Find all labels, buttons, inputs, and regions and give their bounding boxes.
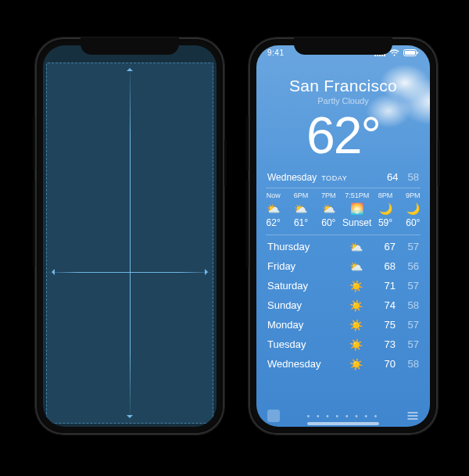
hourly-item: 7PM⛅60° xyxy=(315,191,342,228)
arrow-down-icon xyxy=(127,415,133,421)
arrow-left-icon xyxy=(48,269,55,275)
today-row: Wednesday TODAY 64 58 xyxy=(256,165,430,188)
day-name: Friday xyxy=(267,260,345,272)
notch xyxy=(294,38,392,55)
current-temp: 62° xyxy=(256,106,430,165)
home-indicator[interactable] xyxy=(307,422,379,425)
safearea-guide-vertical xyxy=(130,63,131,423)
hourly-forecast[interactable]: Now⛅62°6PM⛅61°7PM⛅60°7:51PM🌅Sunset8PM🌙59… xyxy=(256,188,430,234)
today-dayname: Wednesday xyxy=(267,172,317,183)
partly-cloudy-icon: ⛅ xyxy=(315,202,342,216)
clear-night-icon: 🌙 xyxy=(371,202,399,216)
safearea-inset xyxy=(46,63,213,424)
day-name: Thursday xyxy=(267,241,345,252)
day-high: 71 xyxy=(366,280,396,292)
partly-cloudy-icon: ⛅ xyxy=(345,241,366,253)
day-low: 56 xyxy=(396,260,419,272)
day-low: 57 xyxy=(396,338,419,350)
today-high: 64 xyxy=(387,171,398,183)
hour-value: 61° xyxy=(287,217,314,228)
today-low: 58 xyxy=(408,171,419,183)
hour-value: 60° xyxy=(399,217,427,228)
clear-night-icon: 🌙 xyxy=(399,202,427,216)
city-name: San Francisco xyxy=(256,77,430,95)
condition-text: Partly Cloudy xyxy=(256,96,430,106)
hour-value: 62° xyxy=(260,217,287,228)
weather-channel-icon[interactable] xyxy=(267,410,280,422)
hourly-item: 7:51PM🌅Sunset xyxy=(342,191,371,228)
daily-forecast[interactable]: Thursday⛅6757Friday⛅6856Saturday☀️7157Su… xyxy=(256,235,430,374)
hour-label: 8PM xyxy=(371,191,399,199)
daily-row: Tuesday☀️7357 xyxy=(267,335,419,354)
day-low: 58 xyxy=(396,358,419,370)
weather-app[interactable]: 9:41 San Franci xyxy=(256,45,430,427)
day-high: 75 xyxy=(366,319,396,331)
hour-label: 6PM xyxy=(287,191,314,199)
hour-label: 7PM xyxy=(315,191,342,199)
day-high: 73 xyxy=(366,338,396,350)
sunny-icon: ☀️ xyxy=(345,319,366,331)
daily-row: Saturday☀️7157 xyxy=(267,276,419,295)
partly-cloudy-icon: ⛅ xyxy=(345,260,366,273)
phone-frame-weather: 9:41 San Franci xyxy=(249,38,438,435)
locations-list-icon[interactable] xyxy=(406,410,419,422)
arrow-up-icon xyxy=(127,65,133,71)
day-high: 70 xyxy=(366,358,396,370)
day-high: 67 xyxy=(366,241,396,252)
day-low: 58 xyxy=(396,299,419,311)
sunny-icon: ☀️ xyxy=(345,280,366,292)
sunny-icon: ☀️ xyxy=(345,358,366,370)
daily-row: Friday⛅6856 xyxy=(267,256,419,276)
hour-label: 9PM xyxy=(399,191,427,199)
daily-row: Monday☀️7557 xyxy=(267,315,419,335)
battery-icon xyxy=(403,49,419,56)
svg-point-5 xyxy=(393,55,395,56)
partly-cloudy-icon: ⛅ xyxy=(287,202,314,216)
day-low: 57 xyxy=(396,241,419,252)
day-name: Tuesday xyxy=(267,338,345,350)
svg-rect-8 xyxy=(417,52,419,54)
status-time: 9:41 xyxy=(267,48,284,57)
daily-row: Wednesday☀️7058 xyxy=(267,354,419,374)
daily-row: Thursday⛅6757 xyxy=(267,237,419,256)
hour-value: Sunset xyxy=(342,217,371,228)
day-name: Monday xyxy=(267,319,345,331)
weather-hero: San Francisco Partly Cloudy 62° xyxy=(256,45,430,165)
weather-toolbar: • • • • • • • • xyxy=(256,410,430,422)
safearea-diagram xyxy=(43,45,217,427)
notch xyxy=(81,38,179,55)
screen-safearea xyxy=(43,45,217,427)
arrow-right-icon xyxy=(205,269,211,275)
hourly-item: 6PM⛅61° xyxy=(287,191,314,228)
hourly-item: 9PM🌙60° xyxy=(399,191,427,228)
hour-label: 7:51PM xyxy=(342,191,371,199)
sunny-icon: ☀️ xyxy=(345,299,366,312)
hour-label: Now xyxy=(260,191,287,199)
day-name: Saturday xyxy=(267,280,345,292)
day-high: 68 xyxy=(366,260,396,272)
screen-weather: 9:41 San Franci xyxy=(256,45,430,427)
hourly-item: 8PM🌙59° xyxy=(371,191,399,228)
sunset-icon: 🌅 xyxy=(342,202,371,216)
partly-cloudy-icon: ⛅ xyxy=(260,202,287,216)
today-label: TODAY xyxy=(321,174,347,182)
daily-row: Sunday☀️7458 xyxy=(267,295,419,315)
hour-value: 60° xyxy=(315,217,342,228)
day-name: Sunday xyxy=(267,299,345,311)
page-dots[interactable]: • • • • • • • • xyxy=(280,412,406,421)
hour-value: 59° xyxy=(371,217,399,228)
day-high: 74 xyxy=(366,299,396,311)
wifi-icon xyxy=(389,49,399,56)
sunny-icon: ☀️ xyxy=(345,338,366,351)
phone-frame-safearea xyxy=(35,38,224,435)
day-low: 57 xyxy=(396,280,419,292)
hourly-item: Now⛅62° xyxy=(260,191,287,228)
day-low: 57 xyxy=(396,319,419,331)
day-name: Wednesday xyxy=(267,358,345,370)
svg-rect-7 xyxy=(405,51,415,55)
